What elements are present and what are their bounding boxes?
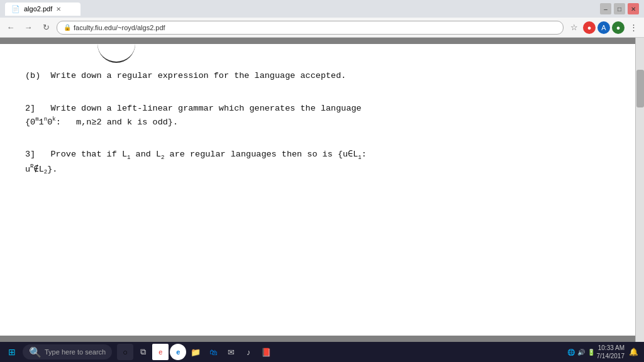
back-button[interactable]: ← — [4, 21, 18, 35]
addon-icon-red[interactable]: ● — [583, 21, 596, 34]
address-bar[interactable]: 🔒 faculty.fiu.edu/~royd/algs2.pdf — [57, 21, 564, 35]
cortana-icon[interactable]: ○ — [117, 344, 133, 360]
mail-icon[interactable]: ✉ — [223, 344, 239, 360]
address-text: faculty.fiu.edu/~royd/algs2.pdf — [74, 24, 165, 31]
notification-icon[interactable]: 🔔 — [626, 345, 640, 359]
question-2-line2: {0m1n0k: m,n≥2 and k is odd}. — [25, 115, 610, 129]
taskbar: ⊞ 🔍 Type here to search ○ ⧉ e e 📁 🛍 ✉ ♪ … — [0, 342, 644, 362]
clock-date: 7/14/2017 — [597, 352, 625, 360]
question-3: 3] Prove that if L1 and L2 are regular l… — [25, 148, 610, 177]
tab-title: algo2.pdf — [24, 5, 52, 13]
sys-tray-icons: 🌐 🔊 🔋 — [567, 349, 595, 356]
browser-tab[interactable]: 📄 algo2.pdf ✕ — [5, 3, 80, 16]
tab-close-button[interactable]: ✕ — [56, 6, 61, 13]
volume-icon: 🔊 — [577, 349, 585, 356]
clock-time: 10:33 AM — [597, 344, 625, 352]
question-b: (b) Write down a regular expression for … — [25, 69, 610, 83]
browser-toolbar: ← → ↻ 🔒 faculty.fiu.edu/~royd/algs2.pdf … — [0, 18, 644, 38]
edge-icon[interactable]: e — [170, 344, 186, 360]
question-3-line2: uR∉L2}. — [25, 162, 610, 177]
close-button[interactable]: ✕ — [628, 3, 639, 14]
window-controls: – □ ✕ — [600, 3, 639, 14]
refresh-button[interactable]: ↻ — [39, 21, 53, 35]
taskbar-app-icons: ○ ⧉ e e 📁 🛍 ✉ ♪ 📕 — [117, 344, 274, 360]
addon-icon-green[interactable]: ● — [612, 21, 625, 34]
toolbar-icons: ☆ ● A ● ⋮ — [567, 21, 640, 35]
ie-icon[interactable]: e — [152, 344, 169, 360]
task-view-icon[interactable]: ⧉ — [135, 344, 151, 360]
forward-button[interactable]: → — [21, 21, 35, 35]
pdf-page: (b) Write down a regular expression for … — [0, 44, 635, 336]
folder-icon[interactable]: 📁 — [187, 344, 204, 360]
star-button[interactable]: ☆ — [567, 21, 581, 35]
maximize-button[interactable]: □ — [614, 3, 625, 14]
system-clock: 10:33 AM 7/14/2017 — [597, 344, 625, 360]
security-lock-icon: 🔒 — [64, 24, 71, 31]
browser-titlebar: 📄 algo2.pdf ✕ – □ ✕ — [0, 0, 644, 18]
windows-start-button[interactable]: ⊞ — [4, 344, 20, 360]
menu-button[interactable]: ⋮ — [626, 21, 640, 35]
system-tray: 🌐 🔊 🔋 10:33 AM 7/14/2017 🔔 — [567, 344, 641, 360]
taskbar-search[interactable]: 🔍 Type here to search — [23, 344, 112, 359]
media-icon[interactable]: ♪ — [240, 344, 257, 360]
store-icon[interactable]: 🛍 — [205, 344, 221, 360]
addon-icon-blue[interactable]: A — [597, 21, 610, 34]
tab-favicon: 📄 — [11, 5, 20, 13]
minimize-button[interactable]: – — [600, 3, 611, 14]
network-icon: 🌐 — [567, 349, 575, 356]
question-2-line1: 2] Write down a left-linear grammar whic… — [25, 102, 610, 116]
question-3-line1: 3] Prove that if L1 and L2 are regular l… — [25, 148, 610, 162]
arc-decoration — [97, 44, 135, 63]
search-icon: 🔍 — [29, 346, 42, 358]
battery-icon: 🔋 — [587, 349, 595, 356]
scrollbar[interactable] — [635, 38, 644, 342]
question-b-text: (b) Write down a regular expression for … — [25, 69, 610, 83]
pdf-app-icon[interactable]: 📕 — [258, 344, 274, 360]
content-area: (b) Write down a regular expression for … — [0, 38, 644, 342]
question-2: 2] Write down a left-linear grammar whic… — [25, 102, 610, 129]
scrollbar-thumb[interactable] — [636, 70, 644, 107]
search-placeholder: Type here to search — [45, 348, 106, 356]
